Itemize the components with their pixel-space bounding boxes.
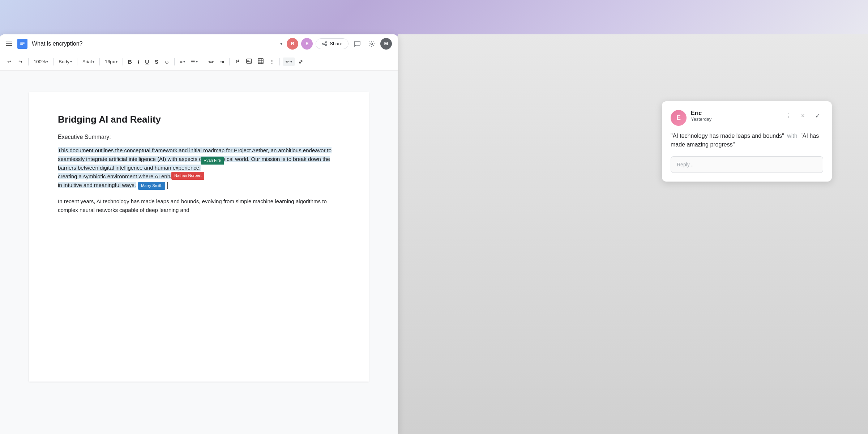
list-icon: ☰	[191, 59, 195, 64]
svg-rect-12	[258, 59, 263, 64]
font-dropdown[interactable]: Arial ▾	[80, 58, 97, 65]
title-dropdown-arrow[interactable]: ▾	[280, 41, 282, 46]
separator-2	[53, 58, 54, 65]
emoji-button[interactable]: ☺	[162, 58, 171, 66]
align-icon: ≡	[180, 59, 183, 64]
menu-icon[interactable]	[6, 40, 13, 47]
gear-icon	[368, 41, 375, 47]
toolbar: ↩ ↪ 100% ▾ Body ▾ Arial ▾ 16px ▾ B I U S	[0, 53, 398, 71]
paragraph-2: In recent years, AI technology has made …	[58, 197, 340, 214]
table-button[interactable]	[256, 57, 266, 67]
highlighted-text: This document outlines the conceptual fr…	[58, 147, 332, 171]
comment-more-button[interactable]: ⋮	[783, 110, 794, 122]
highlight-chevron: ▾	[290, 60, 292, 64]
comment-close-button[interactable]: ×	[797, 110, 809, 122]
document-page: Bridging AI and Reality Executive Summar…	[29, 92, 369, 382]
comment-avatar: E	[671, 110, 687, 126]
pencil-icon: ✏	[286, 59, 290, 64]
undo-button[interactable]: ↩	[4, 58, 14, 66]
zoom-chevron: ▾	[46, 60, 48, 64]
avatar-m[interactable]: M	[380, 38, 392, 50]
image-button[interactable]	[244, 57, 254, 67]
avatar-r[interactable]: R	[287, 38, 298, 50]
bold-button[interactable]: B	[126, 57, 134, 66]
italic-button[interactable]: I	[136, 57, 141, 66]
comment-body: "AI technology has made leaps and bounds…	[671, 132, 823, 149]
highlight-dropdown[interactable]: ✏ ▾	[283, 58, 295, 66]
marry-cursor-label: Marry Smith	[138, 182, 165, 190]
comment-old-text: "AI technology has made leaps and bounds…	[671, 133, 784, 139]
separator-8	[229, 58, 230, 65]
svg-point-6	[325, 44, 327, 46]
align-dropdown[interactable]: ≡ ▾	[178, 58, 187, 65]
code-button[interactable]: <>	[206, 58, 216, 66]
comment-icon-btn[interactable]	[351, 38, 363, 50]
share-icon	[322, 41, 328, 47]
comment-actions: ⋮ × ✓	[783, 110, 823, 122]
avatar-e[interactable]: E	[301, 38, 313, 50]
fontsize-chevron: ▾	[116, 60, 117, 64]
svg-point-4	[325, 42, 327, 43]
svg-rect-3	[20, 44, 23, 45]
separator-1	[28, 58, 29, 65]
svg-line-7	[324, 43, 325, 43]
close-icon: ×	[801, 112, 804, 119]
svg-rect-2	[20, 43, 25, 44]
comment-header: E Eric Yesterday ⋮ × ✓	[671, 110, 823, 126]
share-label: Share	[330, 41, 342, 46]
reply-placeholder: Reply...	[677, 162, 693, 167]
comment-reply-box[interactable]: Reply...	[671, 156, 823, 173]
style-chevron: ▾	[70, 60, 72, 64]
check-icon: ✓	[815, 112, 820, 119]
section-title: Executive Summary:	[58, 134, 340, 140]
expand-button[interactable]: ⤢	[296, 58, 305, 66]
svg-line-8	[324, 44, 325, 45]
title-bar: What is encryption? ▾ R E Share	[0, 34, 398, 53]
document-content[interactable]: Bridging AI and Reality Executive Summar…	[0, 71, 398, 434]
docs-icon	[17, 39, 27, 49]
more-options-button[interactable]: ⋮	[267, 58, 277, 66]
svg-rect-10	[247, 59, 252, 63]
settings-icon-btn[interactable]	[366, 38, 377, 50]
comment-connector: with	[787, 133, 799, 139]
title-bar-right: R E Share	[287, 38, 392, 50]
font-chevron: ▾	[93, 60, 94, 64]
background-gradient	[0, 0, 868, 36]
separator-6	[174, 58, 175, 65]
style-dropdown[interactable]: Body ▾	[56, 58, 74, 65]
comment-meta: Eric Yesterday	[691, 110, 778, 122]
indent-button[interactable]: ⇥	[218, 58, 226, 66]
svg-rect-1	[20, 42, 25, 43]
separator-7	[203, 58, 203, 65]
document-window: What is encryption? ▾ R E Share	[0, 34, 398, 434]
paragraph-1: This document outlines the conceptual fr…	[58, 146, 340, 190]
document-heading: Bridging AI and Reality	[58, 114, 340, 125]
ryan-cursor-label: Ryan Fire	[201, 157, 224, 165]
list-dropdown[interactable]: ☰ ▾	[189, 58, 200, 65]
zoom-dropdown[interactable]: 100% ▾	[31, 58, 50, 65]
svg-point-11	[247, 60, 248, 61]
fontsize-dropdown[interactable]: 16px ▾	[103, 58, 120, 65]
marry-cursor-area: Marry Smith	[138, 181, 165, 190]
comment-resolve-button[interactable]: ✓	[812, 110, 823, 122]
font-label: Arial	[82, 59, 92, 64]
strikethrough-button[interactable]: S	[153, 57, 161, 66]
underline-button[interactable]: U	[143, 57, 151, 66]
comment-avatar-letter: E	[676, 114, 681, 122]
align-chevron: ▾	[183, 60, 185, 64]
svg-point-9	[371, 43, 373, 44]
more-icon: ⋮	[786, 112, 791, 119]
share-button[interactable]: Share	[316, 38, 349, 49]
highlighted-text-3: in intuitive and meaningful ways.	[58, 182, 136, 188]
document-title[interactable]: What is encryption?	[32, 41, 276, 47]
comment-author: Eric	[691, 110, 778, 116]
zoom-label: 100%	[34, 59, 46, 64]
style-label: Body	[59, 59, 69, 64]
link-button[interactable]	[232, 57, 243, 67]
comment-time: Yesterday	[691, 116, 778, 122]
redo-icon: ↪	[18, 59, 22, 64]
right-panel-background	[398, 34, 868, 434]
redo-button[interactable]: ↪	[16, 58, 25, 66]
comment-card: E Eric Yesterday ⋮ × ✓ "AI technology ha…	[662, 101, 832, 182]
undo-icon: ↩	[7, 59, 11, 64]
